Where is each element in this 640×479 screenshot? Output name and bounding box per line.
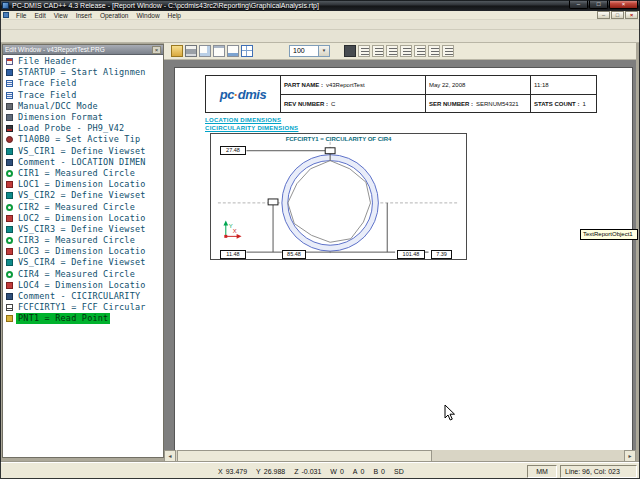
report-toolbar: 100 ▼ — [164, 43, 636, 60]
command-label: VS_CIR1 = Define Viewset — [16, 146, 148, 157]
edit-command-row[interactable]: File Header — [3, 56, 163, 67]
command-label: STARTUP = Start Alignmen — [16, 67, 148, 78]
coordinate-segment: W 0 — [330, 468, 344, 475]
edit-command-row[interactable]: LOC4 = Dimension Locatio — [3, 280, 163, 291]
align-right-icon[interactable] — [386, 45, 398, 57]
menu-item[interactable]: Window — [132, 11, 163, 20]
scroll-right-button[interactable]: ► — [624, 450, 636, 462]
command-label: LOC3 = Dimension Locatio — [16, 246, 148, 257]
edit-command-row[interactable]: T1A0B0 = Set Active Tip — [3, 134, 163, 145]
page-setup-icon[interactable] — [213, 45, 225, 57]
edit-window-close-button[interactable]: × — [152, 46, 161, 54]
menu-item[interactable]: View — [50, 11, 72, 20]
menu-item[interactable]: File — [12, 11, 30, 20]
command-label: Load Probe - PH9_V42 — [16, 123, 126, 134]
edit-command-row[interactable]: VS_CIR2 = Define Viewset — [3, 190, 163, 201]
edit-window-header[interactable]: Edit Window - v43ReportTest.PRG × — [3, 45, 163, 55]
edit-command-row[interactable]: Dimension Format — [3, 112, 163, 123]
mdi-close-button[interactable]: × — [625, 11, 638, 19]
edit-command-row[interactable]: CIR3 = Measured Circle — [3, 235, 163, 246]
axis-value: 0 — [381, 468, 385, 475]
command-label: VS_CIR2 = Define Viewset — [16, 190, 148, 201]
command-icon — [6, 92, 13, 99]
command-label: Comment - CICIRCULARITY — [16, 291, 142, 302]
edit-command-row[interactable]: LOC3 = Dimension Locatio — [3, 246, 163, 257]
edit-command-row[interactable]: Load Probe - PH9_V42 — [3, 123, 163, 134]
edit-command-row[interactable]: LOC1 = Dimension Locatio — [3, 179, 163, 190]
printer-icon[interactable] — [185, 45, 197, 57]
section-header: CICIRCULARITY DIMENSIONS — [205, 124, 298, 132]
command-icon — [6, 148, 13, 155]
command-icon — [6, 192, 13, 199]
scrollbar-thumb[interactable] — [177, 450, 432, 462]
edit-command-row[interactable]: Manual/DCC Mode — [3, 101, 163, 112]
command-label: Comment - LOCATION DIMEN — [16, 157, 148, 168]
edit-command-row[interactable]: VS_CIR4 = Define Viewset — [3, 257, 163, 268]
edit-command-row[interactable]: CIR1 = Measured Circle — [3, 168, 163, 179]
edit-command-row[interactable]: CIR4 = Measured Circle — [3, 269, 163, 280]
mdi-minimize-button[interactable]: – — [597, 11, 610, 19]
report-viewport: pc·dmis PART NAME : v43ReportTest REV NU… — [164, 60, 636, 450]
plot-canvas: Y X — [211, 134, 466, 259]
edit-command-row[interactable]: Comment - LOCATION DIMEN — [3, 157, 163, 168]
command-label: VS_CIR3 = Define Viewset — [16, 224, 148, 235]
edit-command-row[interactable]: PNT1 = Read Point — [3, 313, 163, 324]
edit-command-row[interactable]: Comment - CICIRCULARITY — [3, 291, 163, 302]
edit-command-row[interactable]: LOC2 = Dimension Locatio — [3, 213, 163, 224]
edit-command-row[interactable]: CIR2 = Measured Circle — [3, 201, 163, 212]
command-label: LOC4 = Dimension Locatio — [16, 280, 148, 291]
command-icon — [6, 125, 13, 132]
menu-item[interactable]: Edit — [30, 11, 49, 20]
grid-view-icon[interactable] — [241, 45, 253, 57]
menu-item[interactable]: Operation — [96, 11, 133, 20]
edit-command-row[interactable]: VS_CIR1 = Define Viewset — [3, 146, 163, 157]
minimize-button[interactable]: – — [569, 0, 588, 9]
mdi-restore-button[interactable]: □ — [611, 11, 624, 19]
edit-command-row[interactable]: STARTUP = Start Alignmen — [3, 67, 163, 78]
command-icon — [6, 159, 13, 166]
stats-count-cell: STATS COUNT : 1 — [530, 94, 597, 113]
units-indicator: MM — [527, 465, 557, 478]
scrollbar-track[interactable] — [176, 450, 624, 462]
valign-top-icon[interactable] — [414, 45, 426, 57]
coordinate-segment: Y 26.988 — [256, 468, 285, 475]
plot-bottom-labels: 11.4885.48101.487.39 — [211, 250, 466, 259]
print-report-icon[interactable] — [171, 45, 183, 57]
date-cell: May 22, 2008 — [425, 75, 531, 95]
edit-command-row[interactable]: Trace Field — [3, 90, 163, 101]
maximize-button[interactable]: □ — [589, 0, 608, 9]
menu-item[interactable]: Insert — [72, 11, 96, 20]
command-label: LOC1 = Dimension Locatio — [16, 179, 148, 190]
zoom-dropdown-button[interactable]: ▼ — [319, 45, 330, 57]
close-button[interactable]: × — [609, 0, 638, 9]
command-icon — [6, 204, 13, 211]
command-label: CIR2 = Measured Circle — [16, 202, 137, 213]
command-icon — [6, 237, 13, 244]
text-box-icon[interactable] — [344, 45, 356, 57]
edit-command-row[interactable]: FCFCIRTY1 = FCF Circular — [3, 302, 163, 313]
edit-command-row[interactable]: Trace Field — [3, 78, 163, 89]
align-left-icon[interactable] — [358, 45, 370, 57]
measurement-label-top: 27.48 — [220, 146, 246, 155]
measurement-label: 101.48 — [397, 250, 425, 259]
coordinate-segment: B 0 — [373, 468, 385, 475]
menu-item[interactable]: Help — [164, 11, 185, 20]
command-label: Manual/DCC Mode — [16, 101, 100, 112]
coordinate-segment: SD — [394, 468, 407, 475]
child-window-system-icon[interactable] — [3, 12, 9, 18]
align-justify-icon[interactable] — [400, 45, 412, 57]
command-icon — [6, 259, 13, 266]
ser-number-cell: SER NUMBER : SERNUM54321 — [425, 94, 531, 113]
edit-command-row[interactable]: VS_CIR3 = Define Viewset — [3, 224, 163, 235]
valign-middle-icon[interactable] — [428, 45, 440, 57]
align-center-icon[interactable] — [372, 45, 384, 57]
command-label: PNT1 = Read Point — [16, 313, 110, 324]
scroll-left-button[interactable]: ◄ — [164, 450, 176, 462]
valign-bottom-icon[interactable] — [442, 45, 454, 57]
page-view-icon[interactable] — [227, 45, 239, 57]
axis-value: 0 — [361, 468, 365, 475]
zoom-input[interactable]: 100 — [289, 45, 319, 57]
axis-label: B — [373, 468, 378, 475]
menu-bar: FileEditViewInsertOperationWindowHelp – … — [0, 11, 640, 20]
print-preview-icon[interactable] — [199, 45, 211, 57]
